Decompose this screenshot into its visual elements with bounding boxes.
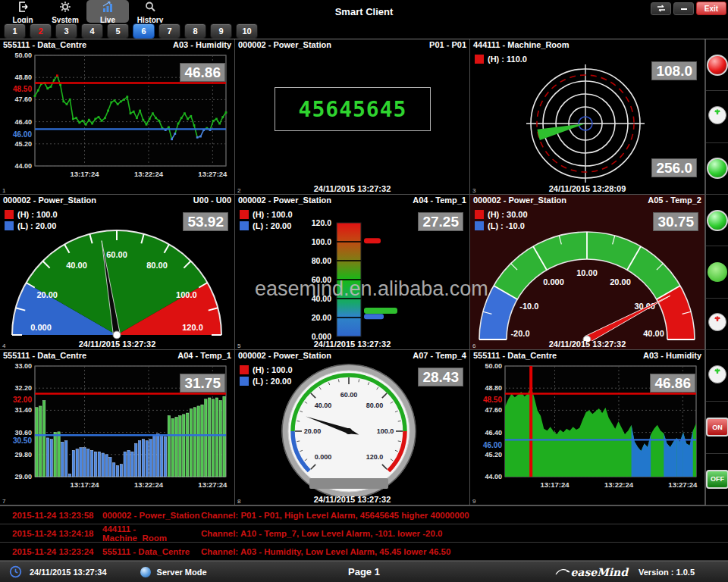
- panel-1[interactable]: 555111 - Data_CentreA03 - Humidity50.004…: [0, 39, 235, 195]
- panel-channel-label: A03 - Humidity: [173, 40, 231, 51]
- panel-device-label: 000002 - Power_Station: [473, 196, 566, 206]
- power-icon: [708, 105, 727, 125]
- legend-text: (H) : 100.0: [253, 365, 293, 374]
- svg-text:13:17:24: 13:17:24: [541, 480, 570, 489]
- alarm-device: 000002 - Power_Station: [102, 511, 201, 520]
- exit-button[interactable]: Exit: [696, 2, 726, 15]
- panel-4[interactable]: 000002 - Power_StationU00 - U00(H) : 100…: [0, 195, 235, 350]
- power-green-button[interactable]: [708, 105, 727, 128]
- svg-text:80.00: 80.00: [312, 256, 331, 265]
- tab-7[interactable]: 7: [158, 23, 180, 39]
- svg-text:40.00: 40.00: [643, 329, 664, 338]
- side-cell-6: [706, 299, 728, 350]
- svg-text:31.40: 31.40: [14, 406, 32, 414]
- tab-6[interactable]: 6: [133, 23, 155, 39]
- legend-text: (L) : 20.00: [17, 221, 56, 230]
- digital-value: 45645645: [299, 97, 407, 122]
- green-lamp-button[interactable]: [707, 210, 728, 231]
- panel-device-label: 000002 - Power_Station: [238, 40, 331, 51]
- svg-text:13:22:24: 13:22:24: [134, 480, 164, 489]
- tab-strip: 12345678910: [0, 23, 728, 39]
- svg-text:50.00: 50.00: [485, 362, 502, 370]
- panel-header: 000002 - Power_StationA05 - Temp_2: [470, 195, 704, 206]
- on-button[interactable]: ON: [706, 418, 728, 436]
- side-cell-2: [706, 91, 728, 142]
- panel-9[interactable]: 555111 - Data_CentreA03 - Humidity50.004…: [470, 350, 705, 505]
- panel-channel-label: A04 - Temp_1: [177, 351, 231, 361]
- power-red-button[interactable]: [708, 312, 727, 335]
- alarm-row[interactable]: 2015-11-24 13:23:58000002 - Power_Statio…: [0, 506, 728, 524]
- alarm-row[interactable]: 2015-11-24 13:23:24555111 - Data_CentreC…: [0, 543, 728, 561]
- panel-body: (H) : 100.0(L) : 20.000.00020.0040.0060.…: [235, 361, 469, 505]
- green-lamp-button[interactable]: [707, 158, 728, 179]
- off-button[interactable]: OFF: [706, 470, 728, 489]
- alarm-device: 444111 - Machine_Room: [102, 524, 201, 543]
- svg-text:20.00: 20.00: [36, 290, 58, 299]
- alarm-time: 2015-11-24 13:23:24: [12, 547, 102, 556]
- tab-5[interactable]: 5: [107, 23, 129, 39]
- legend-row: (H) : 100.0: [240, 210, 293, 219]
- button-sidebar: ONOFF: [705, 39, 728, 505]
- minimize-button[interactable]: [673, 2, 694, 15]
- legend: (H) : 30.00(L) : -10.0: [475, 210, 528, 233]
- tab-4[interactable]: 4: [81, 23, 103, 39]
- svg-text:46.40: 46.40: [14, 118, 32, 126]
- svg-text:32.00: 32.00: [13, 396, 32, 404]
- panel-body: 4564564524/11/2015 13:27:322: [235, 51, 469, 194]
- legend-swatch: [475, 55, 484, 64]
- legend-text: (H) : 30.00: [488, 210, 528, 219]
- side-cell-4: [706, 195, 728, 246]
- svg-text:-20.0: -20.0: [510, 329, 529, 338]
- value-badge: 31.75: [180, 374, 225, 393]
- panel-device-label: 444111 - Machine_Room: [473, 40, 570, 51]
- svg-text:47.60: 47.60: [14, 95, 32, 103]
- svg-text:100.0: 100.0: [377, 427, 394, 435]
- panel-3[interactable]: 444111 - Machine_Room(H) : 110.0108.0256…: [470, 39, 705, 195]
- legend-swatch: [475, 210, 484, 219]
- panel-channel-label: A04 - Temp_1: [413, 196, 466, 206]
- panel-body: (H) : 30.00(L) : -10.0-20.0-10.00.00010.…: [470, 206, 704, 349]
- svg-text:100.0: 100.0: [312, 237, 331, 246]
- panel-header: 555111 - Data_CentreA03 - Humidity: [470, 350, 704, 361]
- panel-channel-label: U00 - U00: [193, 196, 231, 206]
- panel-6[interactable]: 000002 - Power_StationA05 - Temp_2(H) : …: [470, 195, 705, 350]
- legend-row: (L) : 20.00: [5, 221, 58, 230]
- tab-9[interactable]: 9: [210, 23, 232, 39]
- digital-display: 45645645: [275, 87, 431, 131]
- legend-text: (L) : 20.00: [253, 377, 291, 386]
- alarm-row[interactable]: 2015-11-24 13:24:18444111 - Machine_Room…: [0, 524, 728, 543]
- timestamp: 24/11/2015 13:28:09: [470, 184, 704, 193]
- legend-swatch: [240, 365, 249, 374]
- status-bar: 24/11/2015 13:27:34 Server Mode Page 1 e…: [0, 561, 728, 582]
- panel-header: 000002 - Power_StationA04 - Temp_1: [235, 195, 469, 206]
- panel-device-label: 000002 - Power_Station: [238, 196, 331, 206]
- panel-7[interactable]: 555111 - Data_CentreA04 - Temp_133.0032.…: [0, 350, 235, 505]
- tab-1[interactable]: 1: [4, 23, 26, 39]
- tab-10[interactable]: 10: [236, 23, 258, 39]
- power-green-button[interactable]: [708, 365, 727, 387]
- tab-3[interactable]: 3: [55, 23, 77, 39]
- svg-text:44.00: 44.00: [14, 162, 32, 170]
- side-cell-8: ON: [706, 402, 728, 453]
- panel-body: 50.0048.8047.6046.4045.2044.0013:17:2413…: [470, 361, 704, 505]
- panel-grid: 555111 - Data_CentreA03 - Humidity50.004…: [0, 39, 705, 505]
- panel-5[interactable]: 000002 - Power_StationA04 - Temp_1(H) : …: [235, 195, 470, 350]
- panel-body: (H) : 110.0108.0256.024/11/2015 13:28:09…: [470, 51, 704, 194]
- green-flat-lamp-button[interactable]: [708, 262, 727, 282]
- panel-8[interactable]: 000002 - Power_StationA07 - Temp_4(H) : …: [235, 350, 470, 505]
- alarm-time: 2015-11-24 13:24:18: [12, 529, 102, 538]
- tab-2[interactable]: 2: [30, 23, 52, 39]
- value-badge: 46.86: [180, 63, 225, 82]
- alarm-message: Channel: A10 - Temp_7, Low Level Alarm, …: [201, 529, 728, 538]
- svg-text:80.00: 80.00: [366, 402, 384, 409]
- svg-text:120.0: 120.0: [366, 453, 384, 461]
- red-lamp-button[interactable]: [707, 55, 728, 76]
- alarm-device: 555111 - Data_Centre: [102, 547, 201, 556]
- panel-2[interactable]: 000002 - Power_StationP01 - P01456456452…: [235, 39, 470, 195]
- panel-index: 8: [237, 498, 240, 505]
- svg-text:45.20: 45.20: [485, 451, 502, 458]
- page-tabs: 12345678910: [4, 23, 258, 39]
- svg-text:40.00: 40.00: [66, 261, 87, 270]
- tab-8[interactable]: 8: [184, 23, 206, 39]
- restore-button[interactable]: [651, 2, 671, 15]
